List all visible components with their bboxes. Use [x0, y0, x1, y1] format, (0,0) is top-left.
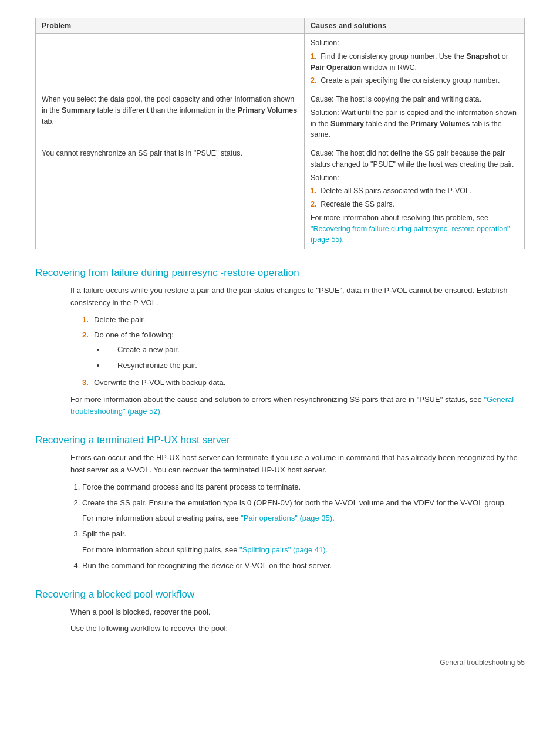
- list-item: Create a new pair.: [106, 344, 525, 356]
- table-row: When you select the data pool, the pool …: [36, 90, 525, 144]
- table-cell-problem: [36, 34, 305, 90]
- step-num-1b: 1.: [311, 187, 316, 195]
- link-general-troubleshooting[interactable]: "General troubleshooting" (page 52).: [70, 395, 514, 416]
- table-row: You cannot resynchronize an SS pair that…: [36, 144, 525, 249]
- solution-label: Solution:: [311, 39, 339, 47]
- list-item: Create the SS pair. Ensure the emulation…: [82, 497, 525, 525]
- section2-steps: Force the command process and its parent…: [82, 481, 525, 572]
- table-cell-solution: Solution: 1. Find the consistency group …: [304, 34, 524, 90]
- list-item: 1. Delete the pair.: [82, 314, 525, 326]
- table-cell-solution: Cause: The host did not define the SS pa…: [304, 144, 524, 249]
- list-item: Split the pair. For more information abo…: [82, 528, 525, 556]
- list-item: Force the command process and its parent…: [82, 481, 525, 494]
- link-recovering-failure[interactable]: "Recovering from failure during pairresy…: [311, 225, 510, 244]
- step-num-1: 1.: [311, 52, 316, 60]
- step-num-2b: 2.: [311, 200, 316, 208]
- section3-line1: When a pool is blocked, recover the pool…: [70, 606, 525, 619]
- step-num-2: 2.: [311, 76, 316, 85]
- section3-heading: Recovering a blocked pool workflow: [35, 589, 525, 600]
- col-solution-header: Causes and solutions: [304, 18, 524, 34]
- list-item: 3. Overwrite the P-VOL with backup data.: [82, 377, 525, 389]
- table-row: Solution: 1. Find the consistency group …: [36, 34, 525, 90]
- section1-footer: For more information about the cause and…: [70, 394, 525, 418]
- table-cell-problem: You cannot resynchronize an SS pair that…: [36, 144, 305, 249]
- link-splitting-pairs[interactable]: "Splitting pairs" (page 41).: [239, 545, 328, 554]
- list-item: Run the command for recognizing the devi…: [82, 560, 525, 572]
- page-footer: General troubleshooting 55: [35, 659, 525, 667]
- table-cell-solution: Cause: The host is copying the pair and …: [304, 90, 524, 144]
- section2-heading: Recovering a terminated HP-UX host serve…: [35, 434, 525, 446]
- list-item: 2. Do one of the following: Create a new…: [82, 329, 525, 372]
- section1-steps: 1. Delete the pair. 2. Do one of the fol…: [82, 314, 525, 389]
- table-cell-problem: When you select the data pool, the pool …: [36, 90, 305, 144]
- section3-line2: Use the following workflow to recover th…: [70, 623, 525, 635]
- section2-intro: Errors can occur and the HP-UX host serv…: [70, 452, 525, 477]
- section1-substeps: Create a new pair. Resynchronize the pai…: [106, 344, 525, 372]
- col-problem-header: Problem: [36, 18, 305, 34]
- list-item: Resynchronize the pair.: [106, 360, 525, 372]
- footer-text: General troubleshooting 55: [440, 659, 525, 667]
- troubleshooting-table: Problem Causes and solutions Solution: 1…: [35, 18, 525, 249]
- link-pair-operations[interactable]: "Pair operations" (page 35).: [241, 514, 335, 522]
- section1-intro: If a failure occurs while you restore a …: [70, 285, 525, 309]
- section1-heading: Recovering from failure during pairresyn…: [35, 267, 525, 279]
